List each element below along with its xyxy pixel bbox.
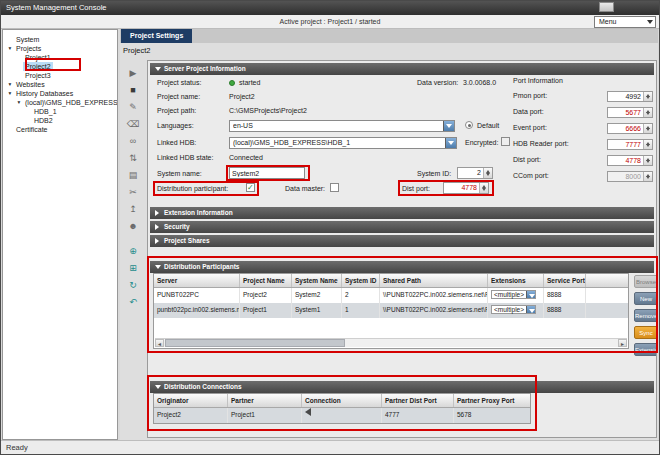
backup-icon[interactable]: ✂ — [120, 184, 146, 201]
event-port-stepper[interactable]: 6666 — [607, 123, 653, 134]
table-row[interactable]: PUNBT022PC Project2 System2 2 \\PUNBT022… — [154, 288, 628, 303]
project-status-value: started — [239, 79, 260, 86]
extensions-dropdown[interactable]: <multiple> — [491, 290, 536, 299]
tree-item-label: (local)\GMS_HDB_EXPRESS — [23, 98, 117, 107]
column-header-project-name[interactable]: Project Name — [240, 274, 292, 287]
remove-button[interactable]: Remove — [634, 309, 657, 322]
spinner-arrows-icon[interactable] — [643, 124, 652, 133]
default-language-radio[interactable] — [465, 121, 473, 129]
data-master-checkbox[interactable] — [330, 183, 339, 192]
server-project-information-body: Project status: started Data version: 3.… — [149, 75, 655, 205]
upgrade-icon[interactable]: ↥ — [120, 201, 146, 218]
section-header-extension-information[interactable]: Extension Information — [150, 207, 654, 219]
column-header-service-port[interactable]: Service Port — [544, 274, 586, 287]
chevron-down-icon[interactable] — [443, 121, 454, 131]
refresh-icon[interactable]: ↻ — [120, 277, 146, 294]
data-port-value: 5677 — [610, 108, 641, 118]
tree-item-websites[interactable]: ▾ Websites — [3, 80, 117, 89]
expand-arrow-icon[interactable]: ▾ — [6, 89, 14, 98]
cell-server: punbt022pc.in002.siemens.net — [154, 303, 240, 318]
system-id-stepper[interactable]: 2 — [457, 167, 493, 179]
extensions-dropdown[interactable]: <multiple> — [491, 305, 536, 314]
column-header-system-name[interactable]: System Name — [292, 274, 342, 287]
column-header-server[interactable]: Server — [154, 274, 240, 287]
stop-icon[interactable]: ■ — [120, 82, 146, 99]
expand-arrow-icon[interactable]: ▾ — [6, 80, 14, 89]
tree-item-certificate[interactable]: Certificate — [3, 125, 117, 134]
table-row[interactable]: punbt022pc.in002.siemens.net Project1 Sy… — [154, 303, 628, 318]
expand-arrow-icon[interactable]: ▾ — [6, 44, 14, 53]
tree-item-project1[interactable]: Project1 — [3, 53, 117, 62]
scroll-left-icon[interactable]: ◄ — [155, 339, 164, 347]
chevron-down-icon[interactable] — [445, 138, 456, 148]
dist-port-label: Dist port: — [402, 185, 430, 192]
new-button[interactable]: New — [634, 292, 657, 305]
languages-dropdown[interactable]: en-US — [229, 120, 455, 132]
section-header-security[interactable]: Security — [150, 221, 654, 233]
menu-dropdown[interactable]: Menu — [594, 16, 656, 28]
column-header-system-id[interactable]: System ID — [342, 274, 380, 287]
column-header-shared-path[interactable]: Shared Path — [380, 274, 488, 287]
save-icon[interactable]: ▤ — [120, 167, 146, 184]
pmon-port-stepper[interactable]: 4992 — [607, 91, 653, 102]
spinner-arrows-icon[interactable] — [643, 156, 652, 165]
spinner-arrows-icon[interactable] — [643, 92, 652, 101]
distribution-participant-checkbox[interactable] — [246, 183, 255, 192]
section-header-distribution-connections[interactable]: Distribution Connections — [150, 381, 654, 393]
start-icon[interactable]: ▶ — [120, 65, 146, 82]
section-header-distribution-participants[interactable]: Distribution Participants — [150, 261, 654, 273]
spinner-arrows-icon[interactable] — [479, 183, 488, 193]
restore-icon[interactable]: ↶ — [120, 294, 146, 311]
users-icon[interactable]: ☻ — [120, 218, 146, 235]
spinner-arrows-icon[interactable] — [643, 140, 652, 149]
link-hdb-icon[interactable]: ∞ — [120, 133, 146, 150]
spinner-arrows-icon[interactable] — [483, 168, 492, 178]
section-header-server-project-information[interactable]: Server Project Information — [150, 63, 654, 75]
tree-item-hdb-1[interactable]: HDB_1 — [3, 107, 117, 116]
extensions-button[interactable]: Extensions — [634, 343, 657, 356]
dist-port-info-stepper[interactable]: 4778 — [607, 155, 653, 166]
delete-icon[interactable]: ⌫ — [120, 116, 146, 133]
chevron-down-icon[interactable] — [526, 306, 535, 313]
tab-project-settings[interactable]: Project Settings — [121, 29, 192, 43]
column-header-extensions[interactable]: Extensions — [488, 274, 544, 287]
copy-icon[interactable]: ⊞ — [120, 260, 146, 277]
scroll-right-icon[interactable]: ► — [618, 339, 627, 347]
tree-item-label: Certificate — [14, 125, 50, 134]
column-header-partner-proxy-port[interactable]: Partner Proxy Port — [454, 394, 530, 407]
tree-item-gms-hdb-express[interactable]: ▾ (local)\GMS_HDB_EXPRESS — [3, 98, 117, 107]
linked-hdb-dropdown[interactable]: (local)\GMS_HDB_EXPRESS\HDB_1 — [229, 137, 457, 149]
data-version-value: 3.0.0068.0 — [463, 79, 496, 86]
column-header-partner[interactable]: Partner — [228, 394, 302, 407]
tree-item-project3[interactable]: Project3 — [3, 71, 117, 80]
system-name-input[interactable] — [229, 167, 305, 179]
add-icon[interactable]: ⊕ — [120, 243, 146, 260]
expand-arrow-icon[interactable]: ▾ — [15, 98, 23, 107]
table-row[interactable]: Project2 Project1 4777 5678 — [154, 408, 530, 423]
tree-item-system[interactable]: System — [3, 35, 117, 44]
tree-item-projects[interactable]: ▾ Projects — [3, 44, 117, 53]
tree-item-hdb2[interactable]: HDB2 — [3, 116, 117, 125]
sync-button[interactable]: Sync — [634, 326, 657, 339]
data-port-stepper[interactable]: 5677 — [607, 107, 653, 118]
column-header-partner-dist-port[interactable]: Partner Dist Port — [382, 394, 454, 407]
edit-icon[interactable]: ✎ — [120, 99, 146, 116]
tree-item-history-databases[interactable]: ▾ History Databases — [3, 89, 117, 98]
column-header-originator[interactable]: Originator — [154, 394, 228, 407]
tree-item-label: HDB2 — [32, 116, 55, 125]
compress-icon[interactable]: ⇅ — [120, 150, 146, 167]
tree-item-label: History Databases — [14, 89, 75, 98]
section-header-project-shares[interactable]: Project Shares — [150, 235, 654, 247]
system-name-label: System name: — [157, 170, 202, 177]
project-status-label: Project status: — [157, 79, 201, 86]
dist-port-stepper[interactable]: 4778 — [443, 182, 489, 194]
hdb-reader-port-stepper[interactable]: 7777 — [607, 139, 653, 150]
browse-button[interactable]: Browse — [634, 275, 657, 288]
window-menu-button[interactable] — [599, 2, 614, 12]
scrollbar-thumb[interactable] — [165, 339, 345, 347]
tree-item-project2[interactable]: Project2 — [3, 62, 117, 71]
chevron-down-icon[interactable] — [526, 291, 535, 298]
horizontal-scrollbar[interactable]: ◄ ► — [155, 338, 627, 347]
column-header-connection[interactable]: Connection — [302, 394, 382, 407]
spinner-arrows-icon[interactable] — [643, 108, 652, 117]
